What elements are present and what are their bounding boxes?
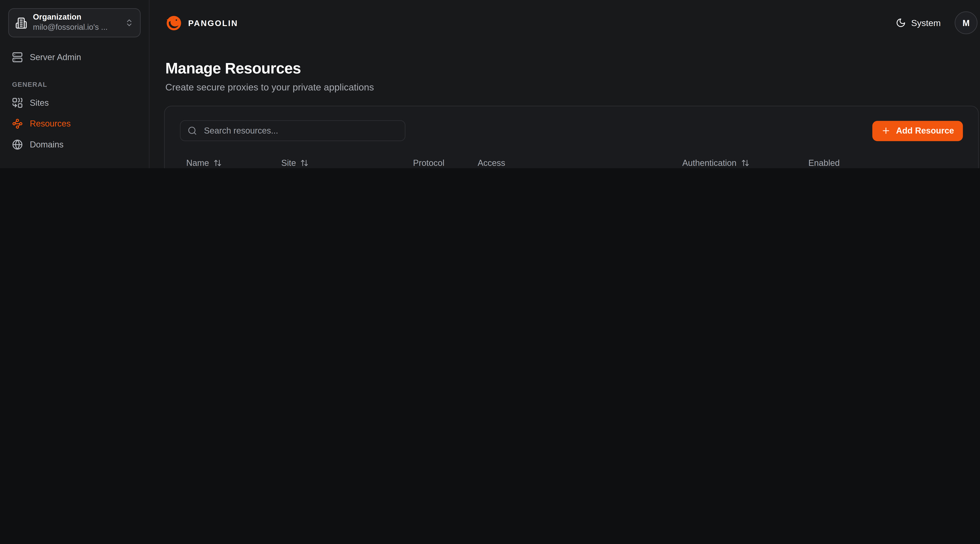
building-icon (15, 17, 27, 29)
main-content: PANGOLIN System M Manage Resources Creat… (150, 0, 980, 168)
sidebar-item-resources[interactable]: Resources (8, 118, 141, 129)
column-header-authentication[interactable]: Authentication (676, 158, 802, 168)
page-subtitle: Create secure proxies to your private ap… (165, 82, 978, 92)
page-title: Manage Resources (165, 60, 978, 77)
sidebar-item-label: Domains (30, 140, 64, 149)
waypoints-icon (12, 118, 23, 129)
app: Organization milo@fossorial.io's ... Ser… (0, 0, 980, 168)
sidebar-item-sites[interactable]: Sites (8, 97, 141, 108)
sidebar: Organization milo@fossorial.io's ... Ser… (0, 0, 150, 168)
section-heading-access-control: ACCESS CONTROL (12, 168, 137, 168)
column-header-name[interactable]: Name (180, 158, 275, 168)
page-header: Manage Resources Create secure proxies t… (150, 46, 980, 92)
sort-icon (741, 159, 749, 167)
sidebar-item-label: Sites (30, 98, 49, 107)
resources-table: Name Site Protocol Access (180, 151, 963, 168)
avatar[interactable]: M (955, 11, 977, 34)
brand-name: PANGOLIN (188, 18, 238, 27)
section-heading-general: GENERAL (12, 80, 137, 88)
theme-label: System (911, 17, 941, 28)
org-switcher[interactable]: Organization milo@fossorial.io's ... (8, 8, 141, 37)
topbar: PANGOLIN System M (150, 0, 980, 46)
sidebar-item-server-admin[interactable]: Server Admin (8, 51, 141, 63)
search-box[interactable] (180, 120, 406, 141)
column-header-site[interactable]: Site (275, 158, 407, 168)
search-icon (188, 126, 197, 135)
org-switcher-value: milo@fossorial.io's ... (33, 23, 119, 33)
theme-toggle[interactable]: System (896, 17, 940, 28)
sort-icon (301, 159, 309, 167)
search-input[interactable] (203, 125, 398, 136)
pangolin-logo-icon (165, 14, 183, 31)
table-header: Name Site Protocol Access (180, 151, 963, 168)
plus-icon (881, 126, 891, 135)
sidebar-item-label: Server Admin (30, 52, 81, 62)
brand: PANGOLIN (165, 14, 238, 31)
card-toolbar: Add Resource (180, 120, 963, 141)
sidebar-item-label: Resources (30, 119, 71, 128)
topbar-right: System M (896, 11, 977, 34)
column-header-protocol: Protocol (407, 158, 471, 168)
combine-icon (12, 97, 23, 108)
sidebar-item-domains[interactable]: Domains (8, 139, 141, 150)
chevrons-up-down-icon (125, 18, 134, 27)
org-switcher-title: Organization (33, 13, 119, 23)
resources-card: Add Resource Name Site (164, 106, 978, 168)
moon-icon (896, 17, 906, 28)
globe-icon (12, 139, 23, 150)
server-icon (12, 51, 23, 62)
column-header-access: Access (471, 158, 676, 168)
add-resource-button[interactable]: Add Resource (873, 121, 963, 141)
column-header-enabled: Enabled (802, 158, 885, 168)
sort-icon (213, 159, 222, 167)
